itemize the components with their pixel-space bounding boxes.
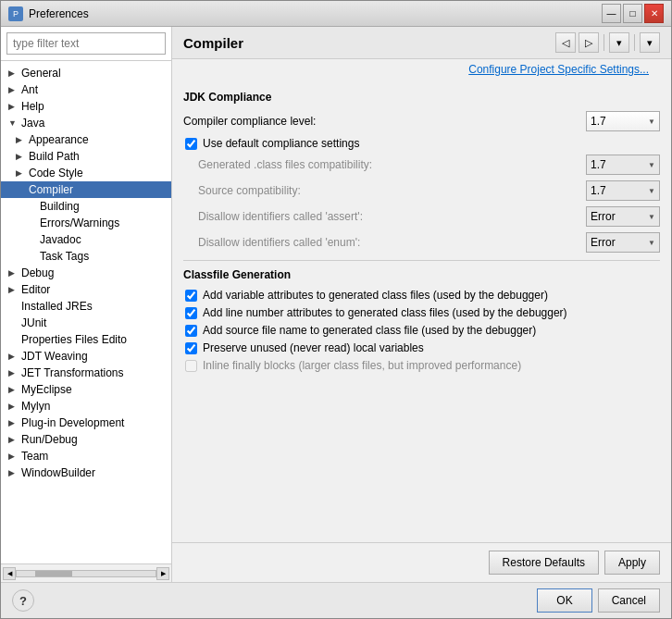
option4-checkbox[interactable]	[185, 342, 197, 354]
sidebar-item-compiler[interactable]: Compiler	[1, 181, 171, 198]
preferences-window: P Preferences — □ ✕ ▶ General ▶	[0, 0, 672, 619]
sidebar-item-label: Errors/Warnings	[40, 217, 119, 229]
scroll-thumb[interactable]	[35, 571, 72, 576]
sidebar-item-label: Run/Debug	[21, 433, 78, 446]
sidebar-item-jdt-weaving[interactable]: ▶ JDT Weaving	[1, 348, 171, 365]
source-compat-dropdown[interactable]: 1.7	[586, 180, 660, 201]
arrow-down-button[interactable]: ▾	[609, 32, 629, 53]
cancel-button[interactable]: Cancel	[598, 588, 660, 613]
use-default-label: Use default compliance settings	[203, 137, 359, 150]
disallow-enum-value: Error	[591, 236, 648, 249]
sidebar-item-general[interactable]: ▶ General	[1, 65, 171, 81]
sidebar-item-label: Properties Files Edito	[21, 333, 127, 346]
apply-button[interactable]: Apply	[604, 551, 660, 575]
sidebar-item-task-tags[interactable]: Task Tags	[1, 248, 171, 265]
sidebar-item-mylyn[interactable]: ▶ Mylyn	[1, 398, 171, 415]
sidebar-item-label: Build Path	[29, 150, 80, 163]
disallow-enum-row: Disallow identifiers called 'enum': Erro…	[183, 232, 660, 253]
restore-defaults-button[interactable]: Restore Defaults	[489, 551, 599, 575]
forward-button[interactable]: ▷	[579, 32, 599, 53]
ok-button[interactable]: OK	[537, 588, 591, 613]
sidebar-item-code-style[interactable]: ▶ Code Style	[1, 165, 171, 181]
arrow-icon: ▼	[8, 118, 19, 128]
sidebar-item-appearance[interactable]: ▶ Appearance	[1, 131, 171, 148]
sidebar-item-label: Mylyn	[21, 400, 50, 413]
bottom-actions: Restore Defaults Apply	[489, 551, 660, 575]
window-icon: P	[8, 6, 23, 21]
scroll-left-btn[interactable]: ◀	[3, 567, 16, 580]
sidebar-item-debug[interactable]: ▶ Debug	[1, 265, 171, 281]
arrow-icon: ▶	[16, 168, 27, 178]
search-input[interactable]	[6, 32, 166, 55]
option3-row: Add source file name to generated class …	[183, 324, 660, 337]
sidebar-item-label: Ant	[21, 83, 38, 96]
sidebar-item-properties-files[interactable]: Properties Files Edito	[1, 331, 171, 348]
sidebar-item-label: WindowBuilder	[21, 466, 95, 479]
sidebar-item-plugin-dev[interactable]: ▶ Plug-in Development	[1, 415, 171, 431]
jdk-compliance-header: JDK Compliance	[183, 91, 660, 104]
sidebar-item-java[interactable]: ▼ Java	[1, 115, 171, 131]
disallow-assert-row: Disallow identifiers called 'assert': Er…	[183, 206, 660, 227]
generated-class-row: Generated .class files compatibility: 1.…	[183, 155, 660, 175]
sidebar-item-javadoc[interactable]: Javadoc	[1, 231, 171, 248]
option1-row: Add variable attributes to generated cla…	[183, 289, 660, 302]
sidebar-item-jet-transformations[interactable]: ▶ JET Transformations	[1, 365, 171, 381]
sidebar-item-help[interactable]: ▶ Help	[1, 98, 171, 115]
sidebar-item-label: Code Style	[29, 167, 83, 180]
option3-label: Add source file name to generated class …	[203, 324, 536, 337]
arrow-icon: ▶	[16, 152, 27, 161]
back-button[interactable]: ◁	[555, 32, 576, 53]
sidebar-item-label: Debug	[21, 266, 54, 279]
tree: ▶ General ▶ Ant ▶ Help ▼ Java	[1, 61, 171, 563]
option1-checkbox[interactable]	[185, 290, 197, 302]
sidebar-item-windowbuilder[interactable]: ▶ WindowBuilder	[1, 464, 171, 481]
sidebar-item-installed-jres[interactable]: Installed JREs	[1, 298, 171, 315]
option1-label: Add variable attributes to generated cla…	[203, 289, 548, 302]
sidebar-item-label: Javadoc	[40, 233, 81, 246]
compliance-level-label: Compiler compliance level:	[183, 115, 586, 128]
arrow-icon: ▶	[8, 68, 19, 78]
scroll-right-btn[interactable]: ▶	[156, 567, 169, 580]
classfile-generation-header: Classfile Generation	[183, 268, 660, 281]
disallow-assert-dropdown[interactable]: Error	[586, 206, 660, 227]
arrow-icon: ▶	[8, 102, 19, 111]
arrow-icon: ▶	[16, 135, 27, 144]
minimize-button[interactable]: —	[602, 4, 621, 23]
help-button[interactable]: ?	[12, 589, 34, 612]
sidebar-item-label: Team	[21, 450, 48, 463]
scroll-track[interactable]	[16, 570, 156, 577]
main-content: Compiler ◁ ▷ ▾ ▾ Configure Project Speci…	[172, 27, 671, 582]
sidebar-item-building[interactable]: Building	[1, 198, 171, 215]
sidebar-item-build-path[interactable]: ▶ Build Path	[1, 148, 171, 165]
compliance-level-dropdown[interactable]: 1.7	[586, 111, 660, 131]
source-compat-row: Source compatibility: 1.7	[183, 180, 660, 201]
menu-button[interactable]: ▾	[640, 32, 660, 53]
generated-class-dropdown[interactable]: 1.7	[586, 155, 660, 175]
sidebar-item-ant[interactable]: ▶ Ant	[1, 81, 171, 98]
disallow-assert-value: Error	[591, 210, 648, 223]
main-header: Compiler ◁ ▷ ▾ ▾	[172, 27, 671, 59]
sidebar-item-junit[interactable]: JUnit	[1, 315, 171, 331]
source-compat-value: 1.7	[591, 184, 648, 197]
disallow-enum-dropdown[interactable]: Error	[586, 232, 660, 253]
close-button[interactable]: ✕	[644, 4, 664, 23]
title-bar: P Preferences — □ ✕	[1, 1, 671, 27]
option5-checkbox[interactable]	[185, 360, 197, 372]
option2-checkbox[interactable]	[185, 307, 197, 319]
sidebar-item-myeclipse[interactable]: ▶ MyEclipse	[1, 381, 171, 398]
sidebar-item-label: JUnit	[21, 316, 46, 329]
use-default-row: Use default compliance settings	[183, 137, 660, 150]
sidebar-item-errors-warnings[interactable]: Errors/Warnings	[1, 215, 171, 231]
toolbar-separator2	[634, 34, 635, 51]
option3-checkbox[interactable]	[185, 325, 197, 337]
sidebar-item-team[interactable]: ▶ Team	[1, 448, 171, 464]
arrow-icon: ▶	[8, 368, 19, 378]
sidebar-item-editor[interactable]: ▶ Editor	[1, 281, 171, 298]
maximize-button[interactable]: □	[623, 4, 642, 23]
sidebar-item-run-debug[interactable]: ▶ Run/Debug	[1, 431, 171, 448]
use-default-checkbox[interactable]	[185, 138, 197, 150]
configure-project-link[interactable]: Configure Project Specific Settings...	[457, 59, 660, 80]
arrow-icon: ▶	[8, 418, 19, 427]
option4-label: Preserve unused (never read) local varia…	[203, 341, 424, 354]
sidebar-scrollbar[interactable]: ◀ ▶	[1, 563, 171, 582]
